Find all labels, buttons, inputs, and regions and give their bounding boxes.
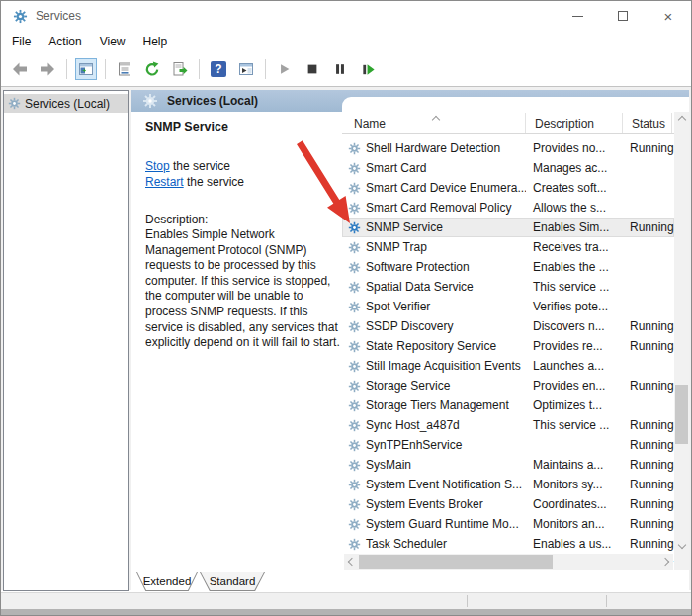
service-description: This service ... [526,418,623,432]
tree-item-label: Services (Local) [25,97,110,111]
column-separator[interactable] [622,113,623,133]
tree-item-services-local[interactable]: Services (Local) [4,94,128,113]
vertical-scrollbar[interactable] [674,112,689,553]
column-separator[interactable] [671,113,672,133]
service-description: Optimizes t... [526,398,623,412]
forward-button[interactable] [37,58,58,80]
service-gear-icon [348,340,361,353]
table-row[interactable]: Software ProtectionEnables the ... [342,257,674,277]
tab-extended[interactable]: Extended [136,572,198,591]
service-description: Enables a us... [526,537,623,551]
service-status: Running [623,141,674,155]
minimize-icon [572,16,583,17]
toolbar-separator [265,59,266,79]
properties-icon [117,61,132,77]
help-button[interactable]: ? [208,58,229,80]
show-action-pane-button[interactable] [235,58,257,80]
table-row[interactable]: SNMP ServiceEnables Sim...Running [342,218,674,237]
stop-service-suffix: the service [170,159,230,173]
service-description: Enables the ... [526,260,623,274]
restart-service-button[interactable] [357,58,379,80]
properties-button[interactable] [114,58,135,80]
service-name: System Events Broker [366,497,483,511]
service-name: Sync Host_a487d [366,418,460,432]
service-description: Verifies pote... [526,300,623,313]
service-gear-icon [348,320,361,333]
export-list-icon [172,61,188,77]
table-row[interactable]: Smart CardManages ac... [342,158,674,178]
app-gear-icon [13,9,28,24]
refresh-icon [144,61,160,77]
table-row[interactable]: State Repository ServiceProvides re...Ru… [342,336,674,356]
table-row[interactable]: Smart Card Removal PolicyAllows the s... [342,198,674,218]
refresh-button[interactable] [141,58,163,80]
service-description: Enables Sim... [526,220,623,234]
menu-action[interactable]: Action [40,33,90,50]
service-status: Running [623,438,674,452]
menu-file[interactable]: File [3,33,40,50]
horizontal-scrollbar[interactable] [344,554,673,570]
maximize-button[interactable] [600,1,646,31]
table-row[interactable]: SNMP TrapReceives tra... [342,237,674,257]
scroll-down-button[interactable] [674,537,689,553]
table-row[interactable]: Sync Host_a487dThis service ...Running [342,415,674,435]
stop-service-link[interactable]: Stop [145,159,170,173]
play-icon [278,62,292,76]
service-gear-icon [348,380,361,393]
header-gear-icon [142,93,158,109]
toolbar-separator [105,59,106,79]
stop-icon [305,62,319,76]
table-row[interactable]: System Events BrokerCoordinates...Runnin… [342,494,674,514]
restart-service-link[interactable]: Restart [145,175,184,189]
scroll-up-button[interactable] [674,112,689,128]
close-button[interactable]: × [646,1,691,31]
restart-icon [361,62,376,77]
description-text: Enables Simple Network Management Protoc… [145,227,344,351]
table-row[interactable]: System Event Notification S...Monitors s… [342,475,674,494]
back-button[interactable] [9,58,31,80]
service-name: System Guard Runtime Mo... [366,517,519,531]
menu-view[interactable]: View [91,33,134,50]
start-service-button[interactable] [274,58,296,80]
scroll-right-button[interactable] [657,554,673,570]
table-row[interactable]: Task SchedulerEnables a us...Running [342,534,674,554]
service-name: System Event Notification S... [366,478,522,491]
service-description: Manages ac... [526,161,623,175]
table-row[interactable]: Smart Card Device Enumera...Creates soft… [342,178,674,198]
service-gear-icon [348,182,361,195]
table-row[interactable]: Still Image Acquisition EventsLaunches a… [342,356,674,376]
stop-service-button[interactable] [302,58,323,80]
service-name: SysMain [366,458,411,472]
tab-standard-label: Standard [201,572,264,590]
menu-help[interactable]: Help [134,33,177,50]
service-status: Running [623,478,674,491]
table-row[interactable]: Storage Tiers ManagementOptimizes t... [342,396,674,415]
service-gear-icon [348,518,361,531]
table-row[interactable]: SSDP DiscoveryDiscovers n...Running [342,316,674,336]
chevron-right-icon [661,558,669,566]
table-row[interactable]: Shell Hardware DetectionProvides no...Ru… [342,138,674,158]
table-row[interactable]: SysMainMaintains a...Running [342,455,674,475]
table-row[interactable]: Spot VerifierVerifies pote... [342,297,674,316]
column-header-description[interactable]: Description [535,112,594,134]
table-row[interactable]: System Guard Runtime Mo...Monitors an...… [342,514,674,534]
vertical-scroll-thumb[interactable] [675,385,688,444]
export-list-button[interactable] [169,58,191,80]
table-row[interactable]: SynTPEnhServiceRunning [342,435,674,455]
show-console-tree-button[interactable] [75,58,97,80]
service-status: Running [623,418,674,432]
minimize-button[interactable] [555,1,600,31]
column-separator[interactable] [525,113,526,133]
tab-standard[interactable]: Standard [200,572,265,591]
table-row[interactable]: Spatial Data ServiceThis service ... [342,277,674,297]
pause-service-button[interactable] [329,58,351,80]
service-description: Coordinates... [526,497,623,511]
window-bottom-edge [1,609,691,616]
column-header-status[interactable]: Status [632,112,665,134]
service-status: Running [623,497,674,511]
horizontal-scroll-thumb[interactable] [359,555,553,569]
scroll-left-button[interactable] [344,554,360,570]
column-header-name[interactable]: Name [354,112,386,134]
table-row[interactable]: Storage ServiceProvides en...Running [342,376,674,396]
services-list-panel: Name Description Status Shell Hardware D… [342,97,689,572]
